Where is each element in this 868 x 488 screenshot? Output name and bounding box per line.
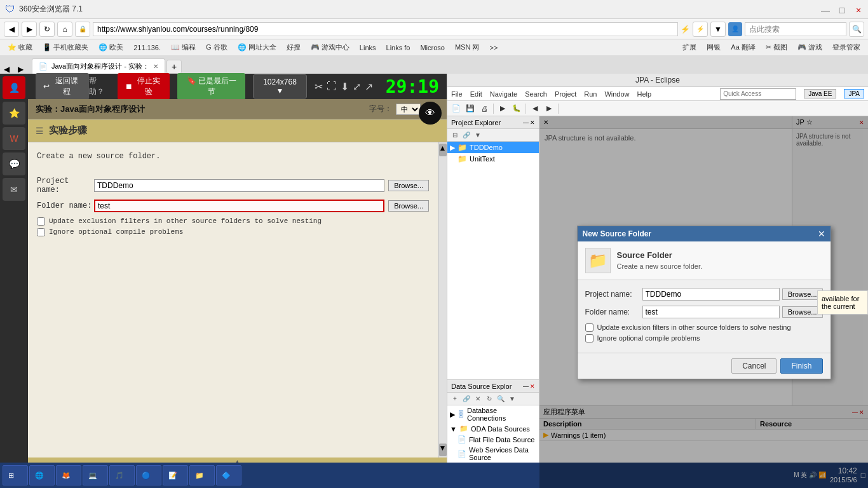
bookmark-extensions[interactable]: 扩展 — [679, 41, 700, 53]
close-button[interactable]: × — [854, 5, 863, 14]
ds-database-connections[interactable]: ▶ 🗄 Database Connections — [447, 405, 539, 423]
menu-icon[interactable]: ☰ — [36, 126, 44, 136]
bookmark-links-fo[interactable]: Links fo — [383, 43, 414, 53]
resolution-button[interactable]: 1024x768 ▼ — [253, 74, 306, 98]
bookmark-code[interactable]: 📖 编程 — [167, 41, 200, 53]
search-button[interactable]: 🔍 — [849, 22, 864, 37]
tab-active[interactable]: 📄 Java面向对象程序设计 - 实验： ✕ — [32, 58, 165, 74]
finish-button[interactable]: Finish — [780, 358, 822, 374]
home-button[interactable]: ⌂ — [57, 22, 72, 37]
taskbar-browser[interactable]: 🌐 — [29, 465, 55, 485]
bookmark-games[interactable]: 🎮 游戏中心 — [307, 41, 353, 53]
ds-oda-sources[interactable]: ▼ 📁 ODA Data Sources — [447, 423, 539, 434]
cancel-button[interactable]: Cancel — [731, 358, 776, 374]
sidebar-icon-chat[interactable]: 💬 — [3, 152, 25, 175]
dialog-exclusion-checkbox[interactable] — [585, 323, 593, 332]
menu-help[interactable]: Help — [637, 90, 652, 98]
bookmark-google[interactable]: G 谷歌 — [202, 41, 231, 53]
bookmark-games2[interactable]: 🎮 游戏 — [794, 41, 826, 53]
bookmark-more[interactable]: >> — [485, 43, 501, 53]
taskbar-word[interactable]: 📝 — [163, 465, 188, 485]
dialog-close-button[interactable]: ✕ — [818, 229, 825, 239]
bookmark-nav[interactable]: 🌐 网址大全 — [234, 41, 280, 53]
back-button[interactable]: ◀ — [4, 22, 19, 37]
sidebar-icon-star[interactable]: ⭐ — [3, 102, 25, 125]
taskbar-app2[interactable]: 🎵 — [109, 465, 135, 485]
search-input[interactable] — [745, 22, 846, 36]
start-button[interactable]: ⊞ — [3, 465, 28, 485]
menu-window[interactable]: Window — [604, 90, 629, 98]
menu-run[interactable]: Run — [584, 90, 597, 98]
scroll-down-button[interactable]: ▼ — [439, 444, 447, 456]
tab-close-button[interactable]: ✕ — [153, 63, 158, 70]
ds-close-button[interactable]: ✕ — [530, 383, 535, 390]
bookmark-msn[interactable]: MSN 网 — [451, 41, 484, 53]
stop-experiment-button[interactable]: ⏹ 停止实验 — [118, 73, 170, 100]
ds-refresh-button[interactable]: ↻ — [484, 394, 494, 404]
refresh-button[interactable]: ↻ — [39, 22, 55, 37]
taskbar-app3[interactable]: 🔵 — [136, 465, 161, 485]
help-button[interactable]: 帮助？ — [89, 76, 110, 97]
ds-new-button[interactable]: + — [450, 394, 460, 404]
ds-disconnect-button[interactable]: ✕ — [473, 394, 483, 404]
menu-file[interactable]: File — [451, 90, 463, 98]
quick-access-input[interactable] — [720, 88, 796, 100]
project-browse-button[interactable]: Browse... — [388, 180, 429, 191]
maximize-button[interactable]: □ — [837, 5, 846, 14]
jpa-perspective[interactable]: JPA — [844, 89, 864, 98]
dialog-folder-browse[interactable]: Browse... — [782, 306, 823, 318]
dialog-folder-input[interactable] — [642, 306, 780, 318]
folder-browse-button[interactable]: Browse... — [388, 200, 429, 212]
dialog-project-input[interactable] — [642, 288, 780, 301]
turbo-button[interactable]: ⚡ — [693, 22, 708, 37]
menu-search[interactable]: Search — [525, 90, 547, 98]
ds-connect-button[interactable]: 🔗 — [461, 394, 471, 404]
project-name-input[interactable] — [94, 179, 384, 192]
bookmark-favorites[interactable]: ⭐ 收藏 — [4, 41, 36, 53]
bookmark-screenshot[interactable]: ✂ 截图 — [762, 41, 791, 53]
steps-scrollbar[interactable]: ▲ ▼ — [438, 142, 447, 458]
dropdown-button[interactable]: ▼ — [710, 22, 726, 37]
taskbar-app4[interactable]: 🔷 — [216, 465, 241, 485]
new-button[interactable]: 📄 — [450, 102, 463, 115]
scissors-icon[interactable]: ✂ — [315, 81, 323, 93]
collapse-all-button[interactable]: ⊟ — [450, 130, 460, 140]
taskbar-explorer[interactable]: 📁 — [189, 465, 215, 485]
save-button[interactable]: 💾 — [464, 102, 477, 115]
expand-icon[interactable]: ⤢ — [353, 81, 361, 93]
forward-button[interactable]: ▶ — [22, 22, 37, 37]
bookmark-links[interactable]: Links — [356, 43, 380, 53]
dialog-compile-checkbox[interactable] — [585, 334, 593, 342]
sidebar-icon-user[interactable]: 👤 — [3, 76, 25, 99]
nav-left[interactable]: ◀ — [4, 65, 17, 74]
bookmark-login[interactable]: 登录管家 — [829, 41, 864, 53]
new-tab-button[interactable]: + — [166, 60, 182, 74]
bookmark-mobile[interactable]: 📱 手机收藏夹 — [39, 41, 92, 53]
camera-button[interactable]: 👁 — [419, 102, 442, 125]
bookmark-haosou[interactable]: 好搜 — [283, 41, 304, 53]
project-unittest[interactable]: 📁 UnitText — [447, 153, 539, 165]
run-button[interactable]: ▶ — [496, 102, 509, 115]
bookmark-microsoft[interactable]: Microso — [416, 43, 449, 53]
view-menu-button[interactable]: ▼ — [473, 130, 483, 140]
debug-button[interactable]: 🐛 — [510, 102, 523, 115]
sidebar-icon-mail[interactable]: ✉ — [3, 178, 25, 201]
menu-project[interactable]: Project — [555, 90, 576, 98]
nav-right[interactable]: ▶ — [18, 65, 31, 74]
exclusion-checkbox[interactable] — [37, 217, 45, 226]
download-icon[interactable]: ⬇ — [341, 81, 349, 93]
bookmark-europe[interactable]: 🌐 欧美 — [95, 41, 127, 53]
folder-name-input[interactable] — [94, 200, 384, 212]
bookmark-translate[interactable]: Aa 翻译 — [727, 41, 759, 53]
ds-web-services[interactable]: 📄 Web Services Data Source — [447, 445, 539, 463]
ds-flat-file[interactable]: 📄 Flat File Data Source — [447, 434, 539, 445]
bookmark-ip[interactable]: 211.136. — [130, 43, 165, 53]
next-button[interactable]: ▶ — [543, 102, 555, 115]
ds-filter-button[interactable]: 🔍 — [496, 394, 506, 404]
menu-edit[interactable]: Edit — [470, 90, 482, 98]
external-link-icon[interactable]: ↗ — [365, 81, 373, 93]
java-ee-perspective[interactable]: Java EE — [804, 89, 836, 98]
back-course-button[interactable]: ↩ 返回课程 — [36, 73, 89, 100]
last-section-button[interactable]: 🔖 已是最后一节 — [177, 73, 245, 100]
minimize-panel-button[interactable]: — — [523, 119, 529, 126]
